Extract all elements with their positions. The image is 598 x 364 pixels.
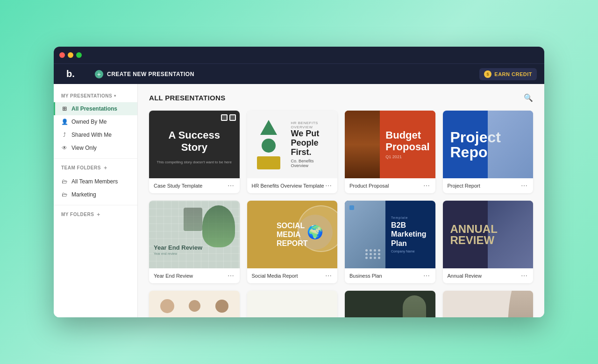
maximize-button[interactable] [76, 52, 82, 58]
card-name: Project Report [448, 183, 480, 189]
budget-text-area: Budget Proposal Q1 2021 [380, 111, 435, 178]
page-title: ALL PRESENTATIONS [149, 94, 225, 102]
create-presentation-button[interactable]: + CREATE NEW PRESENTATION [89, 67, 200, 81]
my-folders-section: MY FOLDERS ＋ [54, 209, 137, 222]
thumb-sub: Year end review [154, 252, 202, 255]
card-thumbnail: Budget Proposal Q1 2021 [345, 111, 435, 178]
card-year-end[interactable]: Year End Review Year end review Year End… [149, 201, 240, 283]
more-options-button[interactable]: ⋯ [227, 182, 235, 189]
sidebar-item-view-only[interactable]: 👁 View Only [54, 141, 137, 154]
thumb-title: Budget Proposal [385, 130, 429, 152]
sidebar-item-marketing[interactable]: 🗁 Marketing [54, 188, 137, 201]
more-options-button[interactable]: ⋯ [422, 272, 431, 280]
card-footer: Project Report ⋯ [443, 178, 534, 193]
titlebar [54, 47, 544, 63]
more-options-button[interactable]: ⋯ [324, 272, 333, 280]
thumb-sub: Company Name [391, 250, 429, 253]
card-name: HR Benefits Overview Template [252, 183, 324, 189]
card-business-plan[interactable]: Template B2B Marketing Plan Company Name… [345, 201, 435, 283]
thumb-title: ANNUAL REVIEW [450, 224, 526, 246]
sidebar-item-owned[interactable]: 👤 Owned By Me [54, 115, 137, 128]
card-thumbnail: ANNUAL REVIEW [443, 201, 534, 268]
sidebar-item-label: All Team Members [71, 178, 118, 185]
close-button[interactable] [59, 52, 65, 58]
add-my-folder-icon[interactable]: ＋ [96, 211, 101, 218]
topbar: b. + CREATE NEW PRESENTATION $ EARN CRED… [54, 63, 544, 84]
budget-photo [345, 111, 380, 178]
plus-icon: + [95, 70, 103, 78]
card-footer: Product Proposal ⋯ [345, 178, 435, 193]
sidebar-item-label: Owned By Me [71, 119, 107, 125]
card-hr-benefits[interactable]: HR Benefits Overview We Put People First… [247, 111, 338, 193]
earn-credit-label: EARN CREDIT [494, 71, 532, 77]
card-project-report[interactable]: Project Repo Project Report ⋯ [443, 111, 534, 193]
my-presentations-section: MY PRESENTATIONS ▾ [54, 91, 137, 102]
minimize-button[interactable] [68, 52, 73, 58]
card-we-put[interactable]: We Put People First. HR benefits · Co. B… [247, 291, 338, 317]
sidebar-item-label: Marketing [71, 191, 96, 198]
sidebar-item-all-presentations[interactable]: ⊞ All Presentations [54, 102, 137, 115]
card-social-media[interactable]: SOCIALMEDIAREPORT 🌍 Social Media Report … [247, 201, 338, 283]
sidebar-item-label: View Only [71, 145, 97, 151]
card-all-hands[interactable]: All Hands Meeting Context · Mission · Up… [149, 291, 240, 317]
thumb-title: B2B Marketing Plan [391, 221, 429, 248]
card-name: Social Media Report [252, 273, 298, 279]
grid-icon: ⊞ [61, 105, 68, 112]
more-options-button[interactable]: ⋯ [324, 182, 333, 189]
hr-shapes [255, 120, 283, 169]
more-options-button[interactable]: ⋯ [227, 272, 235, 280]
card-product-proposal[interactable]: Budget Proposal Q1 2021 Product Proposal… [345, 111, 435, 193]
card-case-study[interactable]: A Success Story This compelling story do… [149, 111, 240, 193]
search-icon: 🔍 [524, 93, 533, 102]
card-name: Year End Review [154, 273, 193, 279]
card-thumbnail: A Success Story This compelling story do… [149, 111, 240, 178]
more-options-button[interactable]: ⋯ [520, 272, 528, 280]
create-btn-label: CREATE NEW PRESENTATION [107, 71, 194, 77]
thumb-title: A Success Story [154, 125, 235, 159]
app-window: b. + CREATE NEW PRESENTATION $ EARN CRED… [54, 47, 544, 317]
card-footer: Social Media Report ⋯ [247, 268, 338, 283]
thumb-sub: Co. Benefits Overview [291, 159, 330, 168]
sidebar-item-shared[interactable]: ⤴ Shared With Me [54, 128, 137, 141]
card-thumbnail: HR Benefits Overview We Put People First… [247, 111, 338, 178]
card-footer: HR Benefits Overview Template ⋯ [247, 178, 338, 193]
card-name: Case Study Template [154, 183, 202, 189]
card-thumbnail: Template B2B Marketing Plan Company Name [345, 201, 435, 268]
card-footer: Year End Review ⋯ [149, 268, 240, 283]
card-annual-review[interactable]: ANNUAL REVIEW Annual Review ⋯ [443, 201, 534, 283]
sidebar-item-label: Shared With Me [71, 132, 112, 138]
search-button[interactable]: 🔍 [524, 93, 533, 102]
card-thumbnail: We Put People First. HR benefits · Co. B… [247, 291, 338, 317]
card-thumbnail: SOCIALMEDIAREPORT 🌍 [247, 201, 338, 268]
presentations-grid: A Success Story This compelling story do… [149, 111, 533, 317]
coin-icon: $ [484, 70, 491, 78]
rect-shape [257, 156, 280, 169]
card-footer: Annual Review ⋯ [443, 268, 534, 283]
sidebar-item-all-team[interactable]: 🗁 All Team Members [54, 175, 137, 188]
main-layout: MY PRESENTATIONS ▾ ⊞ All Presentations 👤… [54, 84, 544, 317]
card-name: Product Proposal [349, 183, 389, 189]
circle-shape [262, 139, 276, 153]
thumb-sub: Q1 2021 [385, 154, 429, 159]
app-logo: b. [61, 67, 80, 82]
card-thumbnail: What's new? [345, 291, 435, 317]
thumb-title: SOCIALMEDIAREPORT [277, 221, 308, 248]
sidebar-item-label: All Presentations [71, 105, 117, 112]
card-influencer[interactable]: INFLUENCER MARKETING Influencer Marketin… [443, 291, 534, 317]
folder-icon: 🗁 [61, 191, 68, 198]
earn-credit-button[interactable]: $ EARN CREDIT [479, 68, 537, 80]
card-thumbnail: All Hands Meeting Context · Mission · Up… [149, 291, 240, 317]
add-team-folder-icon[interactable]: ＋ [103, 164, 108, 171]
card-footer: Case Study Template ⋯ [149, 178, 240, 193]
content-area: ALL PRESENTATIONS 🔍 A Success Story This… [138, 84, 544, 317]
card-footer: Business Plan ⋯ [345, 268, 435, 283]
hr-label: HR Benefits Overview [291, 121, 330, 129]
share-icon: ⤴ [61, 132, 68, 138]
divider [54, 205, 137, 205]
more-options-button[interactable]: ⋯ [520, 182, 528, 189]
more-options-button[interactable]: ⋯ [422, 182, 431, 189]
card-whats-new[interactable]: What's new? What's new? ⋯ [345, 291, 435, 317]
thumb-title: Year End Review [154, 244, 202, 251]
thumb-label: Template [391, 216, 429, 219]
divider [54, 158, 137, 159]
